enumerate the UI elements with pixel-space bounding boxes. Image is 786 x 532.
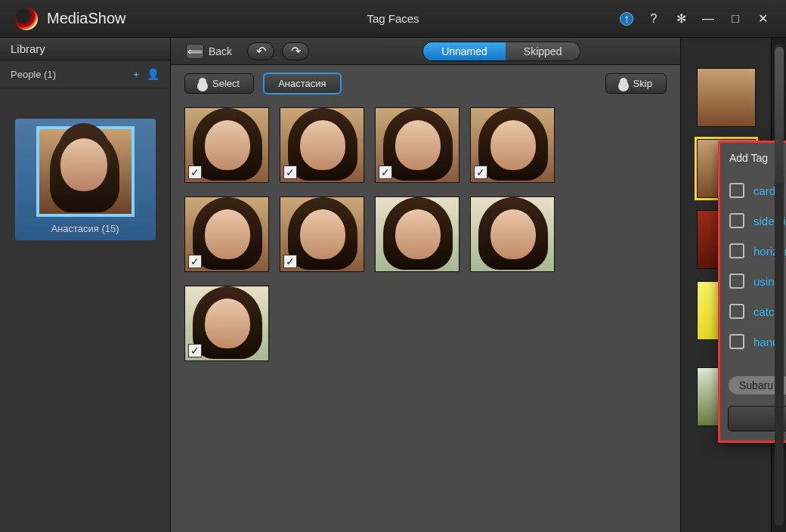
face-thumb[interactable]: ✓: [184, 107, 269, 183]
person-x-icon: [620, 78, 627, 89]
help-icon[interactable]: ?: [647, 12, 661, 26]
page-title: Tag Faces: [367, 12, 419, 25]
face-thumb[interactable]: ✓: [184, 196, 269, 272]
face-thumb[interactable]: ✓: [470, 107, 555, 183]
tag-checkbox[interactable]: [729, 243, 744, 258]
thumb-checkbox[interactable]: ✓: [283, 255, 297, 268]
title-bar: MediaShow Tag Faces ↑ ? ✻ — □ ✕: [0, 0, 786, 38]
person-portrait: [36, 126, 135, 217]
content-toolbar: ⟸ Back ↶ ↷ Unnamed Skipped: [171, 38, 680, 65]
tag-checkbox[interactable]: [729, 304, 744, 319]
popup-title: Add Tag: [729, 152, 768, 164]
maximize-icon[interactable]: □: [729, 12, 742, 26]
thumb-checkbox[interactable]: ✓: [379, 165, 392, 179]
face-grid: ✓✓✓✓✓✓✓: [171, 101, 680, 367]
thumb-checkbox[interactable]: ✓: [188, 344, 202, 357]
back-label: Back: [209, 45, 232, 57]
upload-icon[interactable]: ↑: [620, 12, 633, 26]
redo-button[interactable]: ↷: [282, 42, 309, 60]
person-plus-icon: [199, 78, 206, 89]
scroll-thumb[interactable]: [775, 47, 784, 183]
face-thumb[interactable]: ✓: [280, 196, 364, 272]
face-thumb[interactable]: ✓: [375, 107, 460, 183]
sidebar-person-card[interactable]: Анастасия (15): [15, 119, 156, 240]
app-title: MediaShow: [47, 10, 126, 27]
close-icon[interactable]: ✕: [756, 12, 769, 26]
tag-checkbox[interactable]: [729, 183, 744, 198]
back-arrow-icon: ⟸: [186, 44, 204, 59]
add-person-icon[interactable]: +: [133, 69, 139, 80]
person-name-label: Анастасия (15): [15, 223, 156, 234]
undo-button[interactable]: ↶: [247, 42, 274, 60]
sidebar: Library People (1) + 👤 Анастасия (15): [0, 38, 171, 532]
name-button[interactable]: Анастасия: [263, 73, 341, 94]
tag-checkbox[interactable]: [729, 334, 744, 349]
face-thumb[interactable]: ✓: [184, 286, 269, 361]
filter-segment: Unnamed Skipped: [422, 42, 580, 61]
tag-person-icon[interactable]: 👤: [147, 68, 159, 80]
skip-button[interactable]: Skip: [605, 73, 667, 94]
thumb-checkbox[interactable]: ✓: [188, 165, 202, 179]
right-thumb[interactable]: [697, 68, 756, 127]
selection-toolbar: Select Анастасия Skip: [171, 65, 680, 101]
thumb-checkbox[interactable]: ✓: [188, 255, 202, 268]
thumb-checkbox[interactable]: ✓: [474, 165, 487, 179]
tag-checkbox[interactable]: [729, 213, 744, 228]
face-thumb[interactable]: ✓: [280, 107, 364, 183]
segment-unnamed[interactable]: Unnamed: [423, 42, 506, 60]
app-logo-icon: [15, 8, 38, 30]
back-button[interactable]: ⟸ Back: [178, 42, 240, 60]
thumb-checkbox[interactable]: ✓: [283, 165, 297, 179]
settings-icon[interactable]: ✻: [674, 12, 688, 26]
tag-label: card: [754, 184, 775, 197]
segment-skipped[interactable]: Skipped: [506, 42, 580, 60]
sidebar-people-label: People (1): [11, 69, 56, 80]
sidebar-people-row[interactable]: People (1) + 👤: [0, 60, 170, 88]
face-thumb[interactable]: [470, 196, 555, 272]
select-button[interactable]: Select: [184, 73, 254, 94]
minimize-icon[interactable]: —: [701, 12, 715, 26]
sidebar-header: Library: [0, 38, 170, 60]
tag-checkbox[interactable]: [729, 274, 744, 289]
face-thumb[interactable]: [375, 196, 460, 272]
